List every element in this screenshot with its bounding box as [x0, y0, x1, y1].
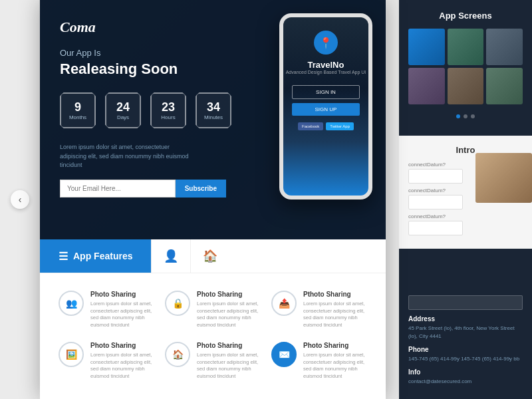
phone-signup-btn[interactable]: SIGN UP [292, 103, 360, 116]
right-panel: App Screens Intro connectDatum? connectD… [399, 0, 532, 399]
hero-description: Lorem ipsum dolor sit amet, consectetuer… [60, 143, 193, 170]
list-item: 🏠 Photo Sharing Lorem ipsum dolor sit am… [160, 335, 266, 386]
screens-grid [408, 29, 523, 104]
features-section: ☰ App Features 👤 🏠 👥 Photo Sharing Lorem… [40, 239, 386, 399]
info-section: Info contact@datesecured.com [408, 368, 523, 386]
phone-title: Phone [408, 346, 523, 353]
home-tab-icon: 🏠 [203, 249, 217, 263]
feature-title-1: Photo Sharing [197, 291, 261, 298]
list-item: ✉️ Photo Sharing Lorem ipsum dolor sit a… [266, 335, 372, 386]
info-title: Info [408, 368, 523, 376]
screen-thumb-2 [448, 29, 484, 65]
phone-signin-btn[interactable]: SIGN IN [292, 85, 360, 99]
email-input[interactable] [60, 180, 176, 198]
contact-info: Address 45 Park Street (lo), 4th floor, … [408, 315, 523, 386]
feature-title-5: Photo Sharing [303, 342, 367, 349]
intro-input-3[interactable] [408, 221, 463, 235]
dot-1[interactable] [456, 114, 460, 118]
right-top: App Screens [399, 0, 532, 136]
feature-icon-0: 👥 [59, 291, 84, 316]
subscribe-button[interactable]: Subscribe [176, 180, 226, 198]
phone-facebook-btn[interactable]: Facebook [298, 122, 323, 130]
right-intro: Intro connectDatum? connectDatum? connec… [399, 136, 532, 249]
screens-dots [408, 111, 523, 125]
intro-label-2: connectDatum? [408, 188, 463, 194]
phone-app-icon: 📍 [314, 31, 338, 55]
right-contact: Address 45 Park Street (lo), 4th floor, … [399, 287, 532, 399]
feature-title-0: Photo Sharing [90, 291, 154, 298]
feature-desc-0: Lorem ipsum dolor sit amet, consectetuer… [90, 301, 154, 329]
tab-user[interactable]: 👤 [151, 239, 190, 273]
countdown-hours: 23 Hours [150, 92, 186, 128]
phone-mockup: 📍 TravelNo Advanced Design Based Travel … [279, 13, 372, 200]
tab-home[interactable]: 🏠 [190, 239, 229, 273]
list-item: 🖼️ Photo Sharing Lorem ipsum dolor sit a… [53, 335, 160, 386]
list-item: 📤 Pthoto Sharing Lorem ipsum dolor sit a… [266, 284, 372, 335]
main-panel: Coma Our App Is Realeasing Soon 9 Months… [40, 0, 386, 399]
feature-icon-2: 📤 [271, 291, 297, 316]
features-tab-label: App Features [73, 251, 132, 261]
screen-thumb-1 [408, 29, 445, 65]
features-tab-icon: ☰ [59, 250, 68, 263]
dot-2[interactable] [464, 114, 467, 118]
features-grid: 👥 Photo Sharing Lorem ipsum dolor sit am… [40, 273, 386, 397]
address-title: Address [408, 315, 523, 323]
intro-input-2[interactable] [408, 195, 463, 209]
screen-thumb-6 [486, 68, 523, 104]
address-section: Address 45 Park Street (lo), 4th floor, … [408, 315, 523, 340]
screen-thumb-5 [448, 68, 484, 104]
screens-section-title: App Screens [408, 11, 523, 21]
phone-social-row: Facebook Twitter App [298, 122, 354, 130]
countdown-months: 9 Months [60, 92, 96, 128]
dot-3[interactable] [471, 114, 475, 118]
user-tab-icon: 👤 [164, 249, 178, 263]
tab-app-features[interactable]: ☰ App Features [40, 239, 151, 273]
feature-icon-4: 🏠 [165, 342, 190, 367]
intro-label-1: connectDatum? [408, 162, 463, 168]
address-text: 45 Park Street (lo), 4th floor, New York… [408, 325, 523, 340]
feature-desc-5: Lorem ipsum dolor sit amet, consectetuer… [303, 352, 367, 380]
feature-icon-3: 🖼️ [59, 342, 84, 367]
intro-form-row-1: connectDatum? [408, 162, 463, 184]
phone-app-name: TravelNo [308, 60, 344, 70]
phone-screen: 📍 TravelNo Advanced Design Based Travel … [283, 17, 368, 196]
hero-section: Coma Our App Is Realeasing Soon 9 Months… [40, 0, 386, 239]
intro-input-1[interactable] [408, 169, 463, 184]
feature-icon-1: 🔒 [165, 291, 190, 316]
contact-input-row [408, 295, 523, 310]
feature-title-2: Pthoto Sharing [303, 291, 367, 298]
screen-thumb-3 [486, 29, 523, 65]
feature-title-4: Photo Sharing [197, 342, 261, 349]
feature-desc-4: Lorem ipsum dolor sit amet, consectetuer… [197, 352, 261, 380]
phone-section: Phone 145-745 (65) 414-99y 145-745 (65) … [408, 346, 523, 363]
countdown-minutes: 34 Minutes [196, 92, 231, 128]
left-nav-arrow[interactable]: ‹ [11, 190, 29, 209]
feature-desc-3: Lorem ipsum dolor sit amet, consectetuer… [90, 352, 154, 380]
phone-text: 145-745 (65) 414-99y 145-745 (65) 414-99… [408, 355, 523, 363]
features-tab-bar: ☰ App Features 👤 🏠 [40, 239, 386, 273]
list-item: 🔒 Photo Sharing Lorem ipsum dolor sit am… [160, 284, 266, 335]
intro-label-3: connectDatum? [408, 213, 463, 219]
countdown-days: 24 Days [105, 92, 141, 128]
intro-image [475, 153, 532, 203]
feature-title-3: Photo Sharing [90, 342, 154, 349]
info-text: contact@datesecured.com [408, 378, 523, 386]
left-edge-panel: ‹ [0, 0, 40, 399]
phone-twitter-btn[interactable]: Twitter App [326, 122, 354, 130]
subscribe-row: Subscribe [60, 180, 226, 198]
contact-email-input[interactable] [408, 295, 523, 310]
phone-app-sub: Advanced Design Based Travel App UI [286, 70, 366, 74]
feature-desc-1: Lorem ipsum dolor sit amet, consectetuer… [197, 301, 261, 329]
feature-desc-2: Lorem ipsum dolor sit amet, consectetuer… [303, 301, 367, 329]
list-item: 👥 Photo Sharing Lorem ipsum dolor sit am… [53, 284, 160, 335]
feature-icon-5: ✉️ [271, 342, 297, 367]
screen-thumb-4 [408, 68, 445, 104]
intro-form-row-2: connectDatum? [408, 188, 463, 209]
intro-form-row-3: connectDatum? [408, 213, 463, 235]
